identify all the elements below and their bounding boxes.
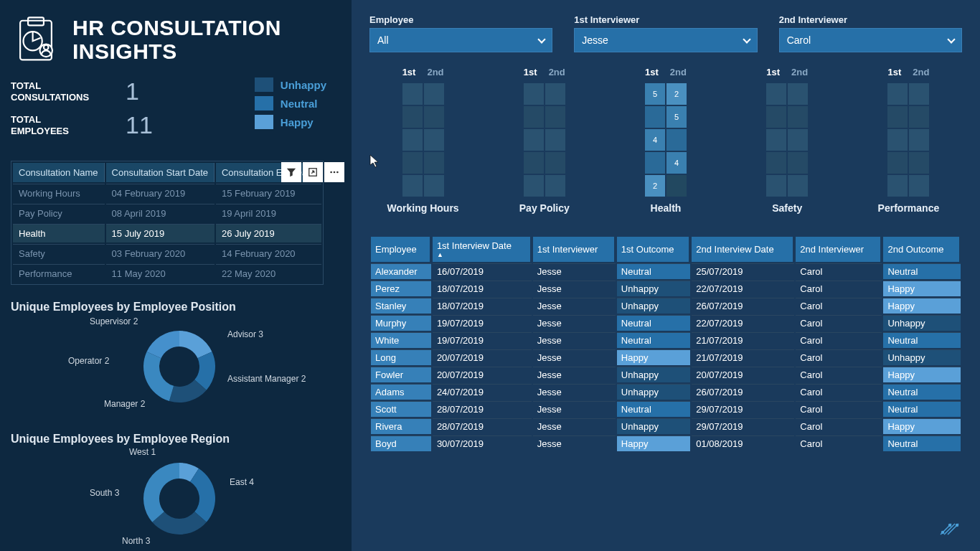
donut-position-chart[interactable]: Supervisor 2Operator 2Manager 2Advisor 3… <box>68 316 341 417</box>
heatmap-cell <box>909 83 929 105</box>
heatmap-performance[interactable]: 1st2ndPerformance <box>855 67 962 214</box>
heatmap-cell <box>524 175 544 197</box>
heatmap-cell <box>666 129 687 151</box>
heatmap-cell <box>545 129 565 151</box>
consult-row[interactable]: Pay Policy08 April 201919 April 2019 <box>13 204 321 222</box>
heatmap-cell: 5 <box>645 83 665 105</box>
heatmap-cell <box>424 106 444 128</box>
heatmap-cell <box>766 175 786 197</box>
total-consultations-label: TOTAL CONSULTATIONS <box>11 80 97 103</box>
svg-point-10 <box>949 524 951 527</box>
consult-row[interactable]: Performance11 May 202022 May 2020 <box>13 264 321 283</box>
heatmap-cell <box>909 175 929 197</box>
interview-row[interactable]: Alexander16/07/2019JesseNeutral25/07/201… <box>371 263 961 279</box>
interview-row[interactable]: Stanley18/07/2019JesseUnhappy26/07/2019C… <box>371 298 961 314</box>
filter-interviewer2-select[interactable]: Carol <box>779 28 962 52</box>
interview-header[interactable]: 1st Interview Date▲ <box>433 237 532 262</box>
interview-row[interactable]: Rivera28/07/2019JesseUnhappy29/07/2019Ca… <box>371 418 961 434</box>
right-panel: Employee All 1st Interviewer Jesse 2nd I… <box>352 0 980 551</box>
heatmap-cell <box>887 175 908 197</box>
heatmap-cell <box>402 83 423 105</box>
heatmap-cell <box>545 106 565 128</box>
interview-row[interactable]: Scott28/07/2019JesseNeutral29/07/2019Car… <box>371 401 961 417</box>
svg-point-9 <box>942 532 944 534</box>
interview-header[interactable]: 2nd Interviewer <box>796 237 882 262</box>
heatmap-cell <box>788 106 808 128</box>
heatmap-cell <box>402 152 423 174</box>
heatmap-pay-policy[interactable]: 1st2ndPay Policy <box>491 67 598 214</box>
heatmap-cell <box>766 106 786 128</box>
interview-header[interactable]: 2nd Interview Date <box>692 237 794 262</box>
consult-header[interactable]: Consultation Name <box>13 163 105 182</box>
clipboard-pie-icon <box>11 14 61 65</box>
heatmap-health[interactable]: 1st2nd525442Health <box>612 67 719 214</box>
heatmap-cell <box>645 152 665 174</box>
heatmap-cell <box>788 152 808 174</box>
heatmap-cell <box>424 152 444 174</box>
svg-point-7 <box>334 171 336 174</box>
donut-region-chart[interactable]: West 1South 3North 3East 4 <box>68 448 341 549</box>
interview-row[interactable]: Fowler20/07/2019JesseUnhappy20/07/2019Ca… <box>371 367 961 382</box>
heatmap-safety[interactable]: 1st2ndSafety <box>734 67 841 214</box>
heatmap-cell <box>909 106 929 128</box>
heatmap-cell <box>524 83 544 105</box>
interview-row[interactable]: Long20/07/2019JesseHappy21/07/2019CarolU… <box>371 349 961 365</box>
donut-slice-label: Advisor 3 <box>227 329 263 339</box>
svg-point-8 <box>336 171 339 174</box>
consult-row[interactable]: Health15 July 201926 July 2019 <box>13 224 321 242</box>
filter-interviewer1-select[interactable]: Jesse <box>574 28 757 52</box>
heatmap-cell: 5 <box>666 106 687 128</box>
swatch-unhappy <box>255 77 273 92</box>
donut-slice-label: Manager 2 <box>104 399 145 409</box>
svg-point-11 <box>956 524 958 527</box>
interview-row[interactable]: Perez18/07/2019JesseUnhappy22/07/2019Car… <box>371 281 961 296</box>
consult-row[interactable]: Safety03 February 202014 February 2020 <box>13 244 321 263</box>
donut-slice-label: West 1 <box>129 447 156 457</box>
heatmap-cell <box>887 152 908 174</box>
interview-header[interactable]: 2nd Outcome <box>883 237 961 262</box>
total-employees-value: 11 <box>126 111 153 139</box>
donut-position-title: Unique Employees by Employee Position <box>11 301 341 314</box>
donut-slice-label: North 3 <box>122 536 150 546</box>
heatmap-cell <box>909 152 929 174</box>
heatmap-cell <box>766 152 786 174</box>
consult-row[interactable]: Working Hours04 February 201915 February… <box>13 184 321 202</box>
svg-point-6 <box>330 171 332 174</box>
brand-logo-icon <box>937 517 966 538</box>
heatmap-cell <box>645 106 665 128</box>
filter-icon[interactable] <box>281 162 301 182</box>
legend-unhappy: Unhappy <box>281 79 326 91</box>
heatmap-cell <box>524 106 544 128</box>
heatmap-cell <box>545 152 565 174</box>
heatmap-title: Pay Policy <box>519 202 570 214</box>
filter-employee-label: Employee <box>369 14 552 25</box>
donut-slice-label: East 4 <box>230 477 254 487</box>
heatmap-cell <box>887 83 908 105</box>
focus-mode-icon[interactable] <box>303 162 323 182</box>
interview-row[interactable]: White19/07/2019JesseNeutral21/07/2019Car… <box>371 332 961 348</box>
interview-header[interactable]: Employee <box>371 237 431 262</box>
heatmap-title: Performance <box>878 202 940 214</box>
left-panel: HR CONSULTATION INSIGHTS TOTAL CONSULTAT… <box>0 0 352 551</box>
heatmap-cell <box>909 129 929 151</box>
interview-header[interactable]: 1st Outcome <box>617 237 690 262</box>
interview-header[interactable]: 1st Interviewer <box>533 237 616 262</box>
heatmap-cell <box>788 129 808 151</box>
interview-table[interactable]: Employee1st Interview Date▲1st Interview… <box>369 235 962 453</box>
heatmap-cell <box>766 83 786 105</box>
more-options-icon[interactable] <box>324 162 344 182</box>
consult-header[interactable]: Consultation Start Date <box>106 163 215 182</box>
interview-row[interactable]: Boyd30/07/2019JesseHappy01/08/2019CarolN… <box>371 435 961 451</box>
heatmap-cell <box>887 129 908 151</box>
donut-slice-label: Supervisor 2 <box>90 316 138 326</box>
total-employees-label: TOTAL EMPLOYEES <box>11 114 97 136</box>
interview-row[interactable]: Murphy19/07/2019JesseNeutral22/07/2019Ca… <box>371 315 961 331</box>
heatmap-cell <box>402 129 423 151</box>
interview-row[interactable]: Adams24/07/2019JesseUnhappy26/07/2019Car… <box>371 384 961 400</box>
heatmap-working-hours[interactable]: 1st2ndWorking Hours <box>369 67 476 214</box>
filter-employee-select[interactable]: All <box>369 28 552 52</box>
legend-happy: Happy <box>281 116 314 128</box>
donut-slice-label: Assistant Manager 2 <box>227 374 306 384</box>
donut-region-title: Unique Employees by Employee Region <box>11 433 341 446</box>
consultation-table[interactable]: Consultation NameConsultation Start Date… <box>11 161 324 285</box>
